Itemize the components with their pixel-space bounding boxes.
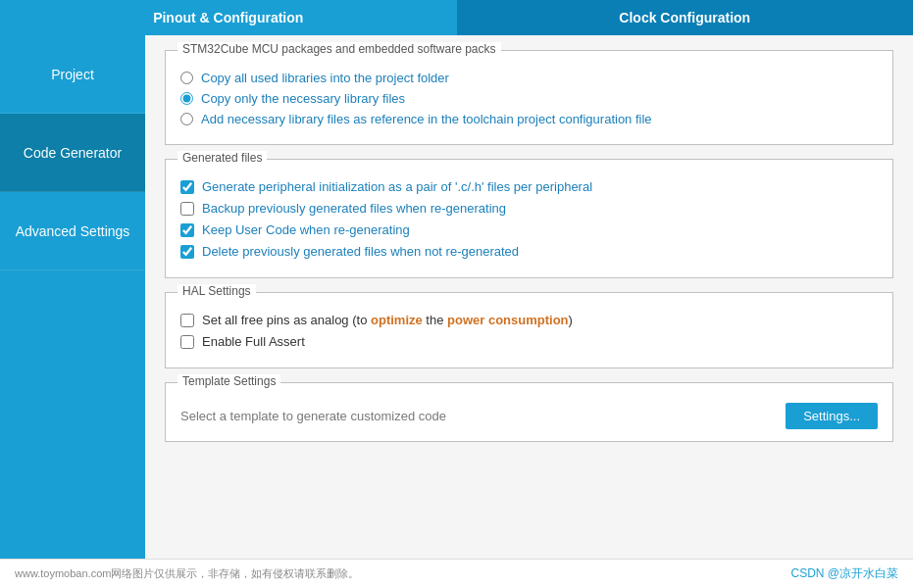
radio-copy-all-input[interactable] [180, 72, 193, 84]
hal-settings-title: HAL Settings [178, 284, 256, 298]
sidebar-item-project[interactable]: Project [0, 35, 145, 114]
checkbox-generate-peripheral[interactable]: Generate peripheral initialization as a … [180, 179, 878, 194]
radio-copy-all-libraries[interactable]: Copy all used libraries into the project… [180, 71, 878, 85]
hal-free-pins-input[interactable] [180, 314, 194, 327]
content-area: STM32Cube MCU packages and embedded soft… [145, 35, 913, 559]
mcu-packages-title: STM32Cube MCU packages and embedded soft… [178, 42, 501, 56]
radio-copy-necessary-input[interactable] [180, 92, 193, 105]
footer: www.toymoban.com网络图片仅供展示，非存储，如有侵权请联系删除。 … [0, 559, 913, 588]
radio-add-reference-input[interactable] [180, 113, 193, 125]
sidebar-item-advanced-settings[interactable]: Advanced Settings [0, 192, 145, 270]
tab-clock-configuration[interactable]: Clock Configuration [457, 0, 914, 35]
template-settings-section: Template Settings Select a template to g… [165, 382, 893, 442]
template-placeholder-text: Select a template to generate customized… [180, 409, 446, 423]
generated-files-content: Generate peripheral initialization as a … [180, 179, 878, 259]
checkbox-delete-files[interactable]: Delete previously generated files when n… [180, 244, 878, 259]
settings-button[interactable]: Settings... [786, 403, 878, 429]
checkbox-keep-user-input[interactable] [180, 223, 194, 237]
template-settings-title: Template Settings [178, 374, 280, 388]
hal-checkbox-full-assert[interactable]: Enable Full Assert [180, 334, 878, 349]
footer-left-text: www.toymoban.com网络图片仅供展示，非存储，如有侵权请联系删除。 [15, 566, 359, 581]
checkbox-backup-input[interactable] [180, 202, 194, 216]
mcu-packages-section: STM32Cube MCU packages and embedded soft… [165, 50, 893, 145]
main-layout: Project Code Generator Advanced Settings… [0, 35, 913, 559]
template-row: Select a template to generate customized… [180, 403, 878, 429]
checkbox-keep-user-code[interactable]: Keep User Code when re-generating [180, 222, 878, 237]
sidebar-item-code-generator[interactable]: Code Generator [0, 114, 145, 192]
checkbox-generate-peripheral-input[interactable] [180, 180, 194, 194]
footer-right-text: CSDN @凉开水白菜 [790, 565, 898, 582]
hal-optimize-text: optimize [371, 313, 423, 327]
radio-copy-necessary[interactable]: Copy only the necessary library files [180, 91, 878, 106]
generated-files-section: Generated files Generate peripheral init… [165, 159, 893, 278]
hal-settings-content: Set all free pins as analog (to optimize… [180, 313, 878, 349]
tab-pinout-configuration[interactable]: Pinout & Configuration [0, 0, 457, 35]
header-tabs: Pinout & Configuration Clock Configurati… [0, 0, 913, 35]
mcu-packages-content: Copy all used libraries into the project… [180, 71, 878, 126]
hal-settings-section: HAL Settings Set all free pins as analog… [165, 292, 893, 368]
hal-checkbox-free-pins[interactable]: Set all free pins as analog (to optimize… [180, 313, 878, 327]
template-settings-content: Select a template to generate customized… [180, 403, 878, 429]
generated-files-title: Generated files [178, 151, 267, 165]
radio-add-reference[interactable]: Add necessary library files as reference… [180, 112, 878, 126]
hal-full-assert-input[interactable] [180, 335, 194, 349]
checkbox-delete-input[interactable] [180, 245, 194, 259]
checkbox-backup-files[interactable]: Backup previously generated files when r… [180, 201, 878, 216]
sidebar: Project Code Generator Advanced Settings [0, 35, 145, 559]
hal-power-text: power consumption [447, 313, 569, 327]
